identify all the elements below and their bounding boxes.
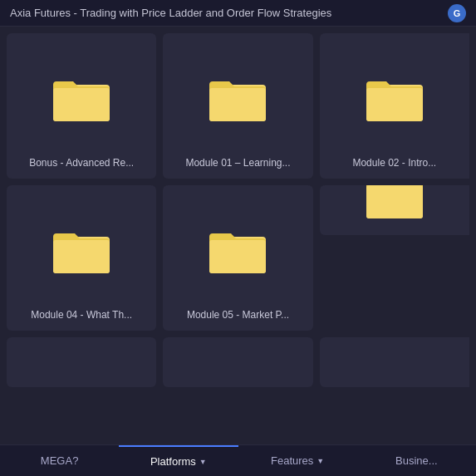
svg-rect-11 <box>366 185 423 218</box>
nav-arrow-platforms: ▼ <box>199 458 207 466</box>
folder-icon-wrapper-6 <box>330 185 459 220</box>
profile-icon[interactable]: G <box>448 4 466 22</box>
folder-label-4: Module 04 - What Th... <box>17 304 146 321</box>
folder-card-1[interactable]: Bonus - Advanced Re... <box>7 33 156 179</box>
nav-item-features[interactable]: Features ▼ <box>238 445 357 476</box>
folder-card-9[interactable] <box>320 337 469 387</box>
nav-item-mega[interactable]: MEGA? <box>0 445 119 476</box>
nav-arrow-features: ▼ <box>317 457 324 465</box>
folder-icon-wrapper-5 <box>173 195 302 304</box>
folder-label-1: Bonus - Advanced Re... <box>17 152 146 169</box>
bottom-nav: MEGA? Platforms ▼ Features ▼ Busine... <box>0 444 476 476</box>
svg-rect-1 <box>53 88 110 121</box>
folder-icon-6 <box>365 185 424 220</box>
folder-icon-2 <box>208 73 267 123</box>
app-header: Axia Futures - Trading with Price Ladder… <box>0 0 476 27</box>
nav-label-busine: Busine... <box>395 454 438 467</box>
folder-icon-5 <box>208 225 267 275</box>
folder-card-2[interactable]: Module 01 – Learning... <box>163 33 312 179</box>
folder-card-7[interactable] <box>7 337 156 387</box>
folder-card-3[interactable]: Module 02 - Intro... <box>320 33 469 179</box>
svg-rect-3 <box>209 88 266 121</box>
nav-label-mega: MEGA? <box>41 454 79 467</box>
folder-card-5[interactable]: Module 05 - Market P... <box>163 185 312 331</box>
folder-icon-4 <box>52 225 111 275</box>
folder-label-5: Module 05 - Market P... <box>173 304 302 321</box>
folder-icon-wrapper-3 <box>330 43 459 152</box>
folder-label-6: Module 06 - Auct... <box>330 220 459 225</box>
partial-row <box>7 337 469 387</box>
folder-icon-wrapper-4 <box>17 195 146 304</box>
nav-label-features: Features <box>271 454 313 467</box>
folder-label-3: Module 02 - Intro... <box>330 152 459 169</box>
nav-label-platforms: Platforms <box>150 455 196 468</box>
folder-icon-3 <box>365 73 424 123</box>
nav-item-busine[interactable]: Busine... <box>357 445 476 476</box>
folder-card-8[interactable] <box>163 337 312 387</box>
folder-icon-wrapper-1 <box>17 43 146 152</box>
folder-icon-wrapper-2 <box>173 43 302 152</box>
svg-rect-9 <box>209 240 266 273</box>
svg-rect-5 <box>366 88 423 121</box>
folder-card-6[interactable]: Module 06 - Auct... <box>320 185 469 235</box>
folder-card-4[interactable]: Module 04 - What Th... <box>7 185 156 331</box>
folder-icon-1 <box>52 73 111 123</box>
nav-item-platforms[interactable]: Platforms ▼ <box>119 445 238 476</box>
folder-grid: Bonus - Advanced Re... Module 01 – Learn… <box>7 33 469 331</box>
content-area: Bonus - Advanced Re... Module 01 – Learn… <box>0 27 476 444</box>
svg-rect-7 <box>53 240 110 273</box>
header-title: Axia Futures - Trading with Price Ladder… <box>10 7 331 19</box>
folder-label-2: Module 01 – Learning... <box>173 152 302 169</box>
